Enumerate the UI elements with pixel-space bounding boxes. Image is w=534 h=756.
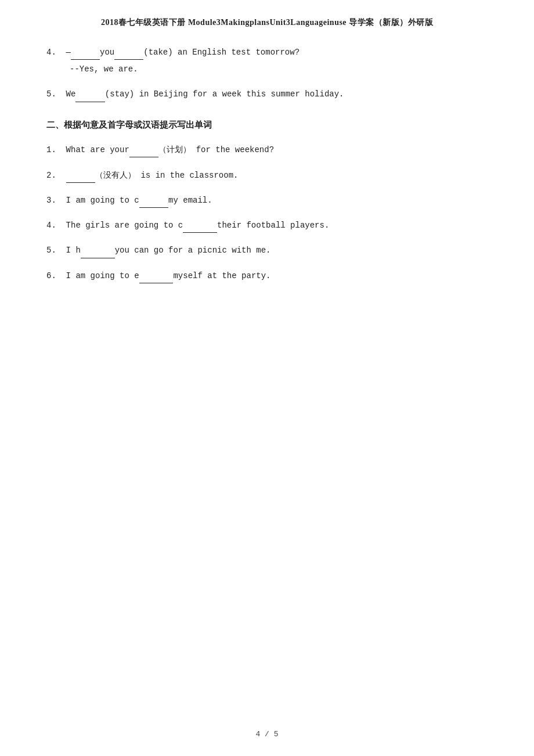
section2-question-5: 5. I h you can go for a picnic with me. [46,243,488,258]
q4-blank2 [114,51,143,60]
section2-question-4: 4. The girls are going to c their footba… [46,218,488,233]
s2q3-blank [139,199,168,208]
question-item-5: 5. We (stay) in Beijing for a week this … [46,87,488,102]
s2q3-text-before: 3. I am going to c [46,196,139,205]
section-two: 1. What are your （计划） for the weekend? 2… [46,142,488,283]
page-footer: 4 / 5 [0,730,534,739]
q5-text: (stay) in Beijing for a week this summer… [105,89,344,99]
s2q5-text-before: 5. I h [46,246,81,255]
s2q1-number: 1. What are your [46,145,129,154]
q5-blank [75,93,104,102]
s2q6-text-before: 6. I am going to e [46,271,139,280]
s2q1-hint: （计划） [158,145,191,154]
s2q3-text-after: my email. [168,196,212,205]
q4-answer: --Yes, we are. [70,62,488,77]
section-one: 4. — you (take) an English test tomorrow… [46,45,488,102]
s2q4-blank [183,224,217,233]
q4-number: 4. — [46,48,71,57]
s2q1-text: for the weekend? [191,145,274,154]
s2q2-text: is in the classroom. [136,171,238,180]
s2q2-number: 2. [46,171,66,180]
s2q5-text-after: you can go for a picnic with me. [115,246,271,255]
s2q2-hint: （没有人） [95,171,136,179]
question-item-4: 4. — you (take) an English test tomorrow… [46,45,488,77]
section2-question-2: 2. （没有人） is in the classroom. [46,168,488,183]
section2-question-1: 1. What are your （计划） for the weekend? [46,142,488,157]
s2q1-blank [129,148,158,157]
s2q2-blank [66,174,95,183]
s2q6-blank [139,274,174,283]
q5-number: 5. We [46,89,75,99]
page-title: 2018春七年级英语下册 Module3MakingplansUnit3Lang… [46,17,488,28]
s2q4-text-before: 4. The girls are going to c [46,221,183,230]
q4-blank1 [71,51,100,60]
page-container: 2018春七年级英语下册 Module3MakingplansUnit3Lang… [0,0,534,756]
s2q6-text-after: myself at the party. [173,271,270,280]
section2-question-3: 3. I am going to c my email. [46,193,488,208]
s2q4-text-after: their football players. [217,221,329,230]
s2q5-blank [81,249,115,258]
section2-question-6: 6. I am going to e myself at the party. [46,269,488,283]
q4-text: (take) an English test tomorrow? [143,48,300,57]
q4-you: you [100,48,114,57]
section-two-header: 二、根据句意及首字母或汉语提示写出单词 [46,120,488,131]
